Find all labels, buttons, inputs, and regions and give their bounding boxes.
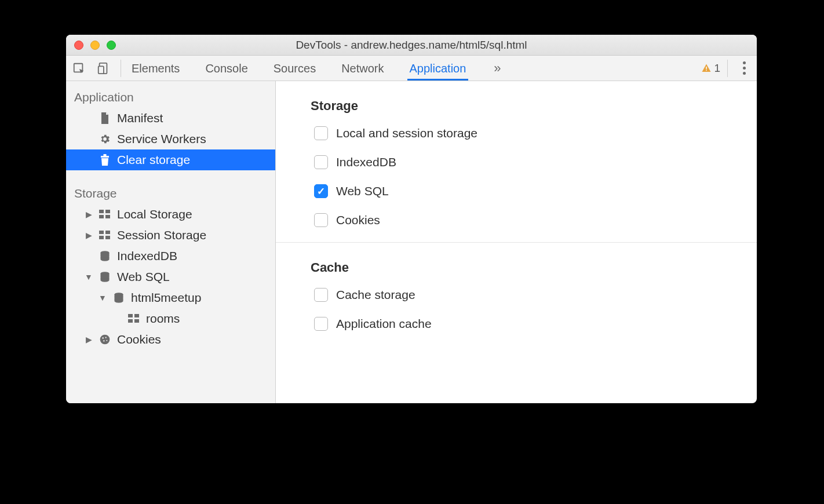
checkbox-row-indexeddb[interactable]: IndexedDB bbox=[314, 155, 722, 169]
checkbox-row-cache-storage[interactable]: Cache storage bbox=[314, 288, 722, 302]
sidebar-heading-storage: Storage bbox=[66, 181, 275, 204]
svg-rect-10 bbox=[105, 215, 110, 218]
checkbox[interactable] bbox=[314, 184, 328, 198]
sidebar-item-label: rooms bbox=[146, 312, 180, 326]
toolbar-right: 1 bbox=[701, 60, 751, 77]
svg-rect-18 bbox=[128, 314, 133, 317]
checkbox-label: IndexedDB bbox=[336, 155, 396, 169]
tabs-overflow-icon[interactable]: » bbox=[494, 61, 501, 76]
device-toolbar-icon[interactable] bbox=[96, 61, 110, 75]
sidebar-item-label: Service Workers bbox=[117, 132, 206, 146]
checkbox-row-application-cache[interactable]: Application cache bbox=[314, 317, 722, 331]
checkbox[interactable] bbox=[314, 288, 328, 302]
sidebar-item-service-workers[interactable]: ▶ Service Workers bbox=[66, 129, 275, 149]
warning-count: 1 bbox=[714, 62, 720, 75]
inspect-element-icon[interactable] bbox=[72, 61, 86, 75]
sidebar-item-clear-storage[interactable]: ▶ Clear storage bbox=[66, 149, 275, 170]
grid-icon bbox=[99, 208, 111, 221]
checkbox-row-web-sql[interactable]: Web SQL bbox=[314, 184, 722, 198]
checkbox-label: Cache storage bbox=[336, 288, 415, 302]
grid-icon bbox=[99, 229, 111, 242]
tab-network[interactable]: Network bbox=[339, 56, 386, 81]
sidebar-item-label: Session Storage bbox=[117, 228, 206, 242]
sidebar-item-label: Local Storage bbox=[117, 207, 192, 221]
chevron-down-icon: ▼ bbox=[99, 293, 107, 302]
window-title: DevTools - andrew.hedges.name/html5/sql.… bbox=[66, 39, 757, 52]
cache-section: Cache Cache storage Application cache bbox=[276, 243, 757, 346]
svg-rect-5 bbox=[101, 156, 109, 158]
sidebar-item-cookies[interactable]: ▶ Cookies bbox=[66, 329, 275, 350]
chevron-right-icon: ▶ bbox=[85, 231, 93, 240]
sidebar-item-label: Cookies bbox=[117, 333, 161, 346]
titlebar: DevTools - andrew.hedges.name/html5/sql.… bbox=[66, 35, 757, 56]
svg-rect-21 bbox=[134, 319, 139, 323]
storage-section: Storage Local and session storage Indexe… bbox=[276, 81, 757, 243]
checkbox[interactable] bbox=[314, 155, 328, 169]
database-icon bbox=[112, 291, 125, 304]
sidebar-item-label: html5meetup bbox=[131, 291, 201, 305]
svg-rect-4 bbox=[706, 70, 708, 71]
svg-point-22 bbox=[100, 335, 110, 345]
section-heading-cache: Cache bbox=[311, 260, 722, 275]
svg-point-23 bbox=[102, 337, 104, 339]
tab-console[interactable]: Console bbox=[203, 56, 250, 81]
sidebar-item-label: Manifest bbox=[117, 111, 163, 125]
sidebar-item-label: Web SQL bbox=[117, 270, 170, 284]
checkbox[interactable] bbox=[314, 213, 328, 227]
tab-elements[interactable]: Elements bbox=[129, 56, 182, 81]
svg-point-26 bbox=[106, 340, 107, 341]
checkbox-label: Local and session storage bbox=[336, 126, 477, 140]
sidebar-item-session-storage[interactable]: ▶ Session Storage bbox=[66, 225, 275, 246]
tab-application[interactable]: Application bbox=[407, 56, 469, 81]
checkbox-label: Web SQL bbox=[336, 184, 389, 198]
sidebar-heading-application: Application bbox=[66, 85, 275, 108]
svg-rect-6 bbox=[104, 154, 107, 156]
chevron-down-icon: ▼ bbox=[85, 272, 93, 282]
tab-sources[interactable]: Sources bbox=[271, 56, 318, 81]
svg-rect-12 bbox=[105, 231, 110, 234]
database-icon bbox=[99, 250, 111, 262]
devtools-tabs: Elements Console Sources Network Applica… bbox=[129, 56, 701, 81]
warning-icon bbox=[701, 63, 712, 74]
svg-rect-9 bbox=[99, 215, 104, 218]
checkbox[interactable] bbox=[314, 126, 328, 140]
close-window-button[interactable] bbox=[74, 41, 83, 50]
chevron-right-icon: ▶ bbox=[85, 335, 93, 344]
svg-rect-8 bbox=[105, 210, 110, 213]
more-options-icon[interactable] bbox=[737, 61, 751, 75]
trash-icon bbox=[99, 154, 111, 166]
sidebar-item-local-storage[interactable]: ▶ Local Storage bbox=[66, 204, 275, 225]
svg-rect-11 bbox=[99, 231, 104, 234]
sidebar-item-label: IndexedDB bbox=[117, 249, 177, 263]
checkbox-row-cookies[interactable]: Cookies bbox=[314, 213, 722, 227]
checkbox[interactable] bbox=[314, 317, 328, 331]
file-icon bbox=[99, 112, 111, 125]
section-heading-storage: Storage bbox=[311, 98, 722, 114]
devtools-window: DevTools - andrew.hedges.name/html5/sql.… bbox=[66, 35, 757, 403]
maximize-window-button[interactable] bbox=[107, 41, 116, 50]
svg-point-24 bbox=[105, 337, 107, 338]
svg-rect-14 bbox=[105, 236, 110, 239]
issues-counter[interactable]: 1 bbox=[701, 60, 728, 77]
checkbox-row-local-session[interactable]: Local and session storage bbox=[314, 126, 722, 140]
svg-rect-20 bbox=[128, 319, 133, 323]
svg-rect-19 bbox=[134, 314, 139, 317]
cookie-icon bbox=[99, 333, 111, 346]
devtools-body: Application ▶ Manifest ▶ Service Workers… bbox=[66, 81, 757, 403]
svg-rect-2 bbox=[99, 66, 104, 74]
sidebar-item-manifest[interactable]: ▶ Manifest bbox=[66, 108, 275, 129]
devtools-tabstrip: Elements Console Sources Network Applica… bbox=[66, 56, 757, 81]
sidebar-item-indexeddb[interactable]: ▶ IndexedDB bbox=[66, 246, 275, 266]
sidebar-item-web-sql[interactable]: ▼ Web SQL bbox=[66, 266, 275, 287]
svg-rect-7 bbox=[99, 210, 104, 213]
checkbox-label: Application cache bbox=[336, 317, 432, 331]
application-sidebar: Application ▶ Manifest ▶ Service Workers… bbox=[66, 81, 276, 403]
sidebar-item-web-sql-database[interactable]: ▼ html5meetup bbox=[66, 287, 275, 308]
clear-storage-panel: Storage Local and session storage Indexe… bbox=[276, 81, 757, 403]
gear-icon bbox=[99, 133, 111, 145]
chevron-right-icon: ▶ bbox=[85, 210, 93, 219]
svg-point-25 bbox=[103, 340, 104, 341]
sidebar-item-web-sql-table[interactable]: ▶ rooms bbox=[66, 308, 275, 329]
svg-rect-3 bbox=[706, 67, 708, 70]
minimize-window-button[interactable] bbox=[90, 41, 100, 50]
